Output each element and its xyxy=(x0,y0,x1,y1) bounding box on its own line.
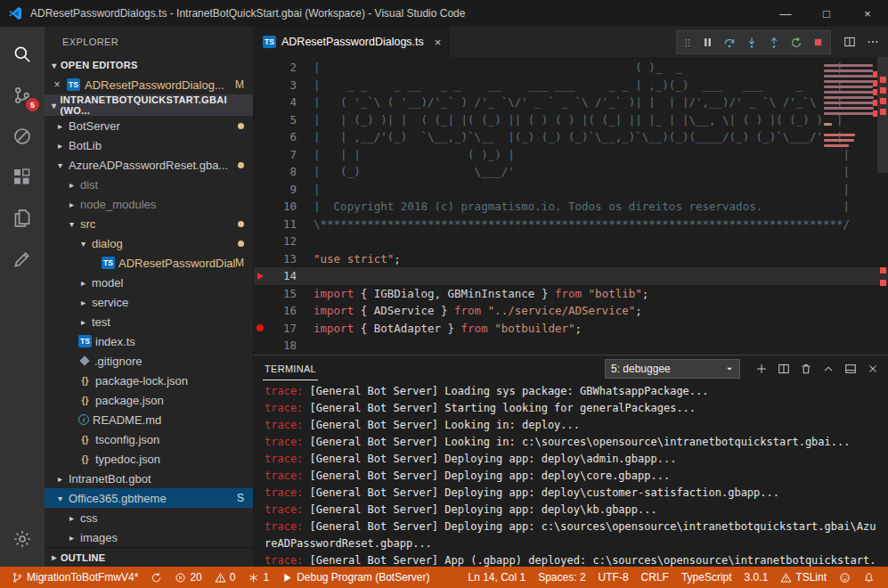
tree-item[interactable]: ▸BotLib xyxy=(45,135,253,155)
tree-item[interactable]: ▸model xyxy=(45,273,253,292)
code-line[interactable]: 8| (_) \___/' | xyxy=(254,163,888,181)
tree-item[interactable]: ▸dist xyxy=(45,175,253,194)
code-line[interactable]: 14 xyxy=(254,267,888,285)
status-errors[interactable]: 20 xyxy=(168,567,208,588)
minimize-button[interactable]: — xyxy=(765,0,806,27)
activity-item-extensions[interactable] xyxy=(0,157,45,198)
tree-item[interactable]: ▸BotServer xyxy=(45,116,253,135)
split-editor-icon[interactable] xyxy=(843,36,856,48)
minimap[interactable] xyxy=(822,57,877,355)
gutter-margin[interactable] xyxy=(254,302,268,320)
gutter-margin[interactable] xyxy=(254,285,268,303)
tree-item[interactable]: ▸images xyxy=(45,527,253,547)
tree-item[interactable]: ▸IntranetBot.gbot xyxy=(45,469,253,488)
code-line[interactable]: 2| ( )_ _ | xyxy=(254,59,888,77)
status-feedback[interactable] xyxy=(833,567,857,588)
status-encoding[interactable]: UTF-8 xyxy=(592,567,635,588)
status-indentation[interactable]: Spaces: 2 xyxy=(532,567,591,588)
tree-item[interactable]: ▸css xyxy=(45,508,253,527)
gutter-margin[interactable] xyxy=(254,181,268,199)
code-line[interactable]: 6| | ,__/'(_) `\__,_)`\__ |(_) (_) (_)`\… xyxy=(254,128,888,146)
outline-header[interactable]: ▸ OUTLINE xyxy=(45,547,253,567)
activity-item-debug[interactable] xyxy=(0,116,45,157)
step-into-button[interactable] xyxy=(745,37,758,49)
tree-item[interactable]: TSindex.ts xyxy=(45,331,253,351)
status-git-branch[interactable]: MigrationToBotFmwV4* xyxy=(5,567,144,588)
breakpoint-marker[interactable] xyxy=(254,320,268,338)
tab-adresetpassworddialogs[interactable]: TS ADResetPasswordDialogs.ts × xyxy=(254,27,451,57)
close-editor-icon[interactable]: × xyxy=(52,78,62,91)
new-terminal-icon[interactable] xyxy=(755,363,768,375)
split-terminal-icon[interactable] xyxy=(778,363,790,375)
tree-item[interactable]: ▸node_modules xyxy=(45,194,253,214)
status-notifications[interactable] xyxy=(857,567,881,588)
activity-item-search[interactable] xyxy=(0,34,45,75)
drag-handle-icon[interactable] xyxy=(683,37,692,49)
code-line[interactable]: 4| ( '_`\ ( '__)/'_` ) /'_ `\/' _ ` _ `\… xyxy=(254,94,888,111)
status-language-mode[interactable]: TypeScript xyxy=(675,567,738,588)
kill-terminal-icon[interactable] xyxy=(800,363,812,375)
gutter-margin[interactable] xyxy=(254,250,268,268)
stop-button[interactable] xyxy=(812,37,824,48)
pause-button[interactable] xyxy=(702,37,713,48)
tree-item[interactable]: TSADResetPasswordDial...M xyxy=(45,253,253,273)
workspace-header[interactable]: ▾ INTRANETBOTQUICKSTART.GBAI (WO... xyxy=(45,94,253,116)
gutter-margin[interactable] xyxy=(254,337,268,355)
status-sync[interactable] xyxy=(144,567,168,588)
tree-item[interactable]: ▾dialog xyxy=(45,233,253,253)
status-debug-program[interactable]: Debug Program (BotServer) xyxy=(275,567,436,588)
gutter-margin[interactable] xyxy=(254,198,268,216)
tree-item[interactable]: ▾AzureADPasswordReset.gba... xyxy=(45,155,253,175)
activity-item-files[interactable] xyxy=(0,198,45,239)
tree-item[interactable]: .gitignore xyxy=(45,351,253,371)
maximize-panel-icon[interactable] xyxy=(822,363,835,375)
status-version[interactable]: 3.0.1 xyxy=(738,567,775,588)
code-line[interactable]: 10| Copyright 2018 (c) pragmatismo.io. T… xyxy=(254,198,888,216)
open-editors-header[interactable]: ▾ OPEN EDITORS xyxy=(45,55,253,75)
status-warnings[interactable]: 0 xyxy=(208,567,242,588)
tree-item[interactable]: {}package.json xyxy=(45,390,253,410)
step-over-button[interactable] xyxy=(723,37,736,49)
code-line[interactable]: 16import { ADService } from "../service/… xyxy=(254,302,888,320)
activity-item-edit[interactable] xyxy=(0,239,45,280)
tree-item[interactable]: iREADME.md xyxy=(45,410,253,429)
code-line[interactable]: 15import { IGBDialog, GBMinInstance } fr… xyxy=(254,285,888,303)
tree-item[interactable]: ▸test xyxy=(45,312,253,331)
code-line[interactable]: 17import { BotAdapter } from "botbuilder… xyxy=(254,320,888,338)
status-tslint[interactable]: TSLint xyxy=(774,567,833,588)
tree-item[interactable]: ▾src xyxy=(45,214,253,233)
gutter-margin[interactable] xyxy=(254,77,268,94)
status-cursor-position[interactable]: Ln 14, Col 1 xyxy=(461,567,532,588)
settings-button[interactable] xyxy=(0,519,45,559)
tree-item[interactable]: {}typedoc.json xyxy=(45,449,253,469)
code-line[interactable]: 9| | xyxy=(254,181,888,199)
tree-item[interactable]: {}package-lock.json xyxy=(45,371,253,390)
current-statement-marker[interactable] xyxy=(254,267,268,285)
gutter-margin[interactable] xyxy=(254,111,268,129)
code-editor[interactable]: 2| ( )_ _ |3| _ _ _ __ _ _ __ ___ ___ _ … xyxy=(254,57,888,355)
gutter-margin[interactable] xyxy=(254,233,268,250)
close-button[interactable]: × xyxy=(847,0,888,27)
open-editor-item[interactable]: ×TSADResetPasswordDialog...M xyxy=(45,75,253,94)
close-tab-icon[interactable]: × xyxy=(435,36,442,49)
close-panel-icon[interactable] xyxy=(867,363,879,375)
step-out-button[interactable] xyxy=(768,37,780,49)
code-line[interactable]: 13"use strict"; xyxy=(254,250,888,268)
code-line[interactable]: 5| | (_) )| | ( (_| |( (_) || ( ) ( ) |(… xyxy=(254,111,888,129)
editor-scrollbar[interactable] xyxy=(877,57,888,173)
tree-item[interactable]: ▸service xyxy=(45,292,253,312)
status-eol[interactable]: CRLF xyxy=(635,567,675,588)
status-counter[interactable]: 1 xyxy=(241,567,275,588)
tab-terminal[interactable]: TERMINAL xyxy=(263,357,318,380)
code-line[interactable]: 11\*************************************… xyxy=(254,216,888,233)
tree-item[interactable]: {}tsconfig.json xyxy=(45,429,253,449)
code-line[interactable]: 3| _ _ _ __ _ _ __ ___ ___ _ _ | ,_)(_) … xyxy=(254,77,888,94)
code-line[interactable]: 12 xyxy=(254,233,888,250)
maximize-button[interactable]: □ xyxy=(806,0,847,27)
terminal-output[interactable]: trace: [General Bot Server] Loading sys … xyxy=(254,382,888,567)
gutter-margin[interactable] xyxy=(254,163,268,181)
gutter-margin[interactable] xyxy=(254,94,268,111)
code-line[interactable]: 7| | | ( )_) | | xyxy=(254,146,888,164)
tree-item[interactable]: ▾Office365.gbthemeS xyxy=(45,488,253,508)
gutter-margin[interactable] xyxy=(254,216,268,233)
